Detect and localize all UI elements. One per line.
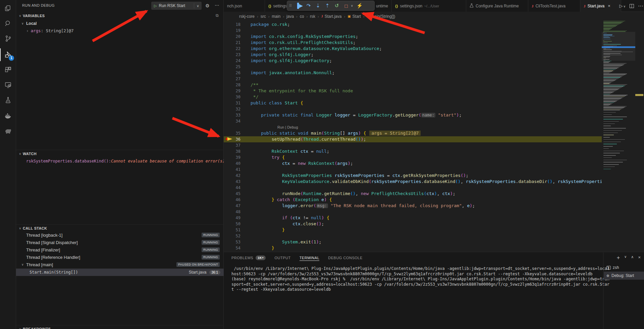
line-number[interactable]: 34: [224, 118, 240, 124]
line-number[interactable]: 35: [224, 130, 240, 136]
line-number[interactable]: 49: [224, 215, 240, 221]
run-and-debug-icon[interactable]: 1: [0, 47, 16, 62]
line-number[interactable]: 30: [224, 94, 240, 100]
hot-code-replace-icon[interactable]: ⚡: [355, 3, 364, 9]
split-terminal-chevron-icon[interactable]: ∨: [624, 255, 627, 261]
tab-clitoolstest-java[interactable]: JCliToolsTest.java: [528, 0, 580, 12]
line-number[interactable]: 44: [224, 185, 240, 191]
step-out-icon[interactable]: ⇡: [323, 3, 332, 9]
line-number[interactable]: 40: [224, 160, 240, 167]
tab-configure-java-runtime[interactable]: Configure Java Runtime: [466, 0, 528, 12]
breadcrumb-item[interactable]: src: [261, 14, 266, 19]
breadcrumb-symbol-method[interactable]: main(String[]): [371, 14, 395, 19]
breadcrumb[interactable]: rskj-core›src›main›java›co›rsk›JStart.ja…: [224, 12, 644, 21]
line-number[interactable]: 42: [224, 173, 240, 179]
scope-local-row[interactable]: ∨ Local: [16, 20, 224, 27]
current-line-breakpoint-arrow-icon[interactable]: [225, 137, 233, 141]
continue-icon[interactable]: ▐▶: [294, 3, 304, 9]
more-actions-icon[interactable]: ⋯: [638, 3, 643, 9]
split-editor-icon[interactable]: [630, 4, 634, 8]
new-terminal-icon[interactable]: +: [617, 255, 620, 261]
run-config-dropdown[interactable]: ▷ Run RSK Start ∨: [151, 2, 202, 10]
line-number[interactable]: 51: [224, 227, 240, 233]
line-number[interactable]: 26: [224, 70, 240, 76]
call-stack-section-header[interactable]: ∨ CALL STACK: [16, 224, 224, 232]
watch-section-header[interactable]: ∨ WATCH: [16, 150, 224, 157]
step-over-icon[interactable]: ↷: [304, 3, 313, 9]
line-number[interactable]: 38: [224, 148, 240, 154]
call-stack-thread-row[interactable]: Thread [Finalizer]RUNNING: [16, 246, 224, 253]
terminal-instance-zsh[interactable]: ❯zsh: [604, 264, 644, 272]
line-number[interactable]: 39: [224, 154, 240, 160]
code-editor[interactable]: 17 */18package co.rsk;1920import co.rsk.…: [224, 15, 602, 252]
call-stack-frame-row-selected[interactable]: Start.main(String[])Start.java36:1: [16, 269, 224, 276]
chevron-down-icon[interactable]: ∨: [351, 4, 355, 7]
line-number[interactable]: 50: [224, 221, 240, 227]
tab-start-java[interactable]: JStart.java×: [580, 0, 621, 12]
line-number[interactable]: 45: [224, 191, 240, 197]
call-stack-thread-row[interactable]: Thread [Signal Dispatcher]RUNNING: [16, 239, 224, 246]
variables-section-header[interactable]: ∨ VARIABLES: [16, 12, 224, 19]
line-number[interactable]: 33: [224, 112, 240, 118]
line-number[interactable]: 28: [224, 82, 240, 88]
panel-tab-output[interactable]: OUTPUT: [274, 256, 290, 261]
explorer-icon[interactable]: [0, 1, 16, 16]
line-number[interactable]: 46: [224, 197, 240, 203]
step-into-icon[interactable]: ⇣: [313, 3, 323, 9]
breadcrumb-item[interactable]: co: [300, 14, 304, 19]
line-number[interactable]: 52: [224, 233, 240, 239]
gear-icon[interactable]: ⚙: [205, 3, 210, 8]
breadcrumb-symbol-class[interactable]: Start: [353, 14, 361, 19]
breadcrumb-item[interactable]: java: [286, 14, 294, 19]
line-number[interactable]: 19: [224, 28, 240, 34]
more-actions-icon[interactable]: ⋯: [215, 2, 219, 8]
close-icon[interactable]: ×: [608, 3, 610, 8]
line-number[interactable]: 31: [224, 100, 240, 106]
panel-tab-debug-console[interactable]: DEBUG CONSOLE: [328, 256, 362, 261]
line-number[interactable]: 32: [224, 106, 240, 112]
line-number[interactable]: 37: [224, 142, 240, 148]
terminal-instance-debug-start[interactable]: ⚙Debug: Start: [604, 272, 644, 280]
restart-icon[interactable]: ↺: [332, 3, 341, 9]
line-number[interactable]: 47: [224, 203, 240, 209]
line-number[interactable]: 20: [224, 34, 240, 40]
line-number[interactable]: 43: [224, 179, 240, 185]
panel-tab-problems[interactable]: PROBLEMS1K+: [231, 255, 266, 261]
breakpoints-section-header[interactable]: ∨ BREAKPOINTS: [16, 325, 224, 329]
docker-icon[interactable]: [0, 108, 16, 123]
line-number[interactable]: 18: [224, 21, 240, 28]
line-number[interactable]: 24: [224, 58, 240, 64]
line-number[interactable]: 54: [224, 245, 240, 251]
source-control-icon[interactable]: [0, 31, 16, 46]
line-number[interactable]: 21: [224, 40, 240, 46]
call-stack-thread-row[interactable]: Thread [Reference Handler]RUNNING: [16, 254, 224, 261]
extensions-icon[interactable]: [0, 62, 16, 77]
terminal-output[interactable]: /usr/bin/env /Library/Internet\ Plug-Ins…: [231, 266, 602, 292]
breadcrumb-item[interactable]: rsk: [310, 14, 315, 19]
close-panel-icon[interactable]: ×: [638, 255, 641, 261]
remote-explorer-icon[interactable]: [0, 78, 16, 92]
line-number[interactable]: 22: [224, 46, 240, 52]
run-file-button[interactable]: ▷∨: [619, 3, 626, 8]
tab-settings-json[interactable]: {}settings.json~/.../User: [392, 0, 466, 12]
stop-icon[interactable]: □: [341, 3, 351, 9]
breadcrumb-item[interactable]: rskj-core: [239, 14, 255, 19]
breadcrumb-file[interactable]: Start.java: [325, 14, 342, 19]
watch-expression-row[interactable]: rskSystemProperties.databaseKind(): Cann…: [16, 158, 224, 164]
line-number[interactable]: 29: [224, 88, 240, 94]
minimap[interactable]: [602, 15, 635, 176]
line-number[interactable]: 41: [224, 167, 240, 173]
panel-tab-terminal[interactable]: TERMINAL: [300, 256, 320, 261]
line-number[interactable]: 48: [224, 209, 240, 215]
line-number[interactable]: 23: [224, 52, 240, 58]
call-stack-thread-row[interactable]: Thread [logback-1]RUNNING: [16, 232, 224, 238]
chevron-down-icon[interactable]: ∨: [194, 4, 202, 8]
line-number[interactable]: 53: [224, 239, 240, 245]
breadcrumb-item[interactable]: main: [272, 14, 280, 19]
variable-args-row[interactable]: › args : String[2]@7: [16, 27, 224, 34]
line-number[interactable]: 25: [224, 64, 240, 70]
search-icon[interactable]: [0, 16, 16, 31]
line-number[interactable]: 27: [224, 76, 240, 82]
drag-handle-icon[interactable]: ⠿: [289, 4, 294, 8]
gradle-elephant-icon[interactable]: [0, 124, 16, 138]
